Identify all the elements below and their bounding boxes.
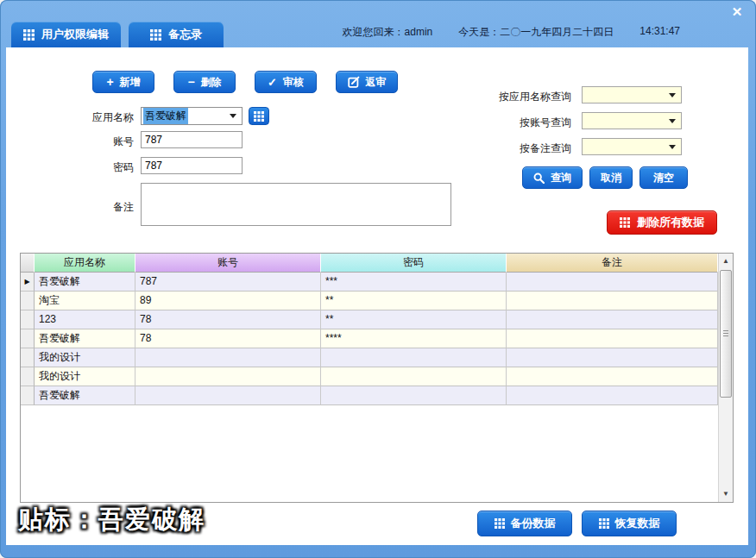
grid-icon: [599, 518, 609, 529]
row-selector[interactable]: [21, 292, 35, 310]
header-remark[interactable]: 备注: [507, 254, 718, 273]
table-cell[interactable]: [321, 348, 507, 367]
app-name-grid-button[interactable]: [249, 107, 269, 125]
query-by-app-name-combobox[interactable]: [582, 86, 682, 103]
table-cell[interactable]: 89: [135, 292, 321, 310]
add-button[interactable]: + 新增: [92, 71, 154, 93]
table-cell[interactable]: 我的设计: [35, 367, 135, 386]
chevron-down-icon: [669, 93, 676, 97]
chevron-down-icon: [230, 114, 236, 118]
tab-bar: 用户权限编辑 备忘录: [11, 22, 224, 47]
delete-all-button[interactable]: 删除所有数据: [607, 210, 717, 235]
query-buttons: 查询 取消 清空: [522, 166, 688, 189]
scroll-thumb[interactable]: [720, 270, 732, 398]
table-cell[interactable]: 吾爱破解: [35, 273, 135, 292]
tab-memo[interactable]: 备忘录: [129, 22, 224, 47]
account-field[interactable]: [141, 131, 243, 148]
table-row[interactable]: 淘宝89**: [21, 292, 718, 310]
table-cell[interactable]: [135, 386, 321, 405]
restore-data-button[interactable]: 恢复数据: [582, 511, 677, 536]
table-row[interactable]: 我的设计: [21, 348, 718, 367]
query-by-app-name-label: 按应用名称查询: [485, 90, 571, 104]
footer-buttons: 备份数据 恢复数据: [477, 511, 677, 536]
table-cell[interactable]: 淘宝: [35, 292, 135, 310]
close-button[interactable]: ✕: [729, 4, 745, 20]
backup-data-button[interactable]: 备份数据: [477, 511, 572, 536]
add-label: 新增: [120, 75, 141, 90]
table-cell[interactable]: [507, 329, 718, 348]
table-cell[interactable]: [321, 367, 507, 386]
query-by-account-combobox[interactable]: [582, 112, 682, 129]
table-cell[interactable]: [507, 348, 718, 367]
table-cell[interactable]: 我的设计: [35, 348, 135, 367]
query-by-remark-combobox[interactable]: [582, 138, 682, 155]
table-row[interactable]: 我的设计: [21, 367, 718, 386]
clear-button[interactable]: 清空: [639, 166, 688, 189]
table-row[interactable]: 12378**: [21, 310, 718, 329]
row-selector[interactable]: [21, 348, 35, 367]
table-cell[interactable]: **: [321, 310, 507, 329]
header-password[interactable]: 密码: [321, 254, 507, 273]
delete-button[interactable]: − 删除: [173, 71, 236, 93]
table-cell[interactable]: [507, 386, 718, 405]
close-icon: ✕: [732, 4, 743, 19]
cancel-button[interactable]: 取消: [589, 166, 633, 189]
table-row[interactable]: ▶吾爱破解787***: [21, 273, 718, 292]
table-cell[interactable]: ****: [321, 329, 507, 348]
table-cell[interactable]: ***: [321, 273, 507, 292]
search-button[interactable]: 查询: [522, 166, 583, 189]
tab-user-permission-edit[interactable]: 用户权限编辑: [11, 22, 121, 47]
header-account[interactable]: 账号: [135, 254, 321, 273]
password-field[interactable]: [141, 157, 243, 174]
table-cell[interactable]: [507, 292, 718, 310]
row-marker-icon[interactable]: ▶: [21, 273, 35, 292]
account-label: 账号: [58, 135, 134, 149]
vertical-scrollbar[interactable]: ▲ ▼: [718, 254, 733, 502]
search-label: 查询: [551, 171, 571, 185]
table-cell[interactable]: [507, 367, 718, 386]
backup-label: 备份数据: [511, 516, 556, 531]
scroll-down-icon[interactable]: ▼: [719, 487, 733, 501]
remark-label: 备注: [58, 200, 134, 215]
audit-button[interactable]: ✓ 审核: [255, 71, 317, 93]
row-selector[interactable]: [21, 386, 35, 405]
table-cell[interactable]: [135, 367, 321, 386]
table-cell[interactable]: [507, 273, 718, 292]
app-name-value: 吾爱破解: [143, 108, 188, 124]
table-cell[interactable]: 787: [135, 273, 321, 292]
restore-label: 恢复数据: [615, 516, 660, 531]
header-app-name[interactable]: 应用名称: [35, 254, 135, 273]
tab-label: 备忘录: [168, 27, 202, 42]
app-name-label: 应用名称: [58, 110, 134, 125]
time-text: 14:31:47: [639, 25, 680, 40]
table-cell[interactable]: 吾爱破解: [35, 329, 135, 348]
scroll-thumb-grip: [723, 330, 728, 336]
table-cell[interactable]: [135, 348, 321, 367]
row-selector[interactable]: [21, 310, 35, 329]
app-name-combobox[interactable]: 吾爱破解: [141, 107, 243, 125]
reaudit-button[interactable]: 返审: [336, 71, 398, 93]
grid-icon: [620, 217, 630, 228]
row-selector[interactable]: [21, 367, 35, 386]
table-row[interactable]: 吾爱破解78****: [21, 329, 718, 348]
table-cell[interactable]: 123: [35, 310, 135, 329]
audit-label: 审核: [283, 75, 304, 90]
row-selector[interactable]: [21, 329, 35, 348]
grid-icon: [23, 29, 35, 41]
table-row[interactable]: 吾爱破解: [21, 386, 718, 405]
data-grid: 应用名称 账号 密码 备注 ▶吾爱破解787***淘宝89**12378**吾爱…: [20, 253, 734, 503]
remark-field[interactable]: [141, 183, 451, 226]
table-cell[interactable]: [321, 386, 507, 405]
reaudit-label: 返审: [366, 75, 387, 90]
delete-label: 删除: [201, 75, 222, 90]
titlebar: 用户权限编辑 备忘录 欢迎您回来：admin 今天是：二〇一九年四月二十四日 1…: [0, 0, 756, 47]
scroll-up-icon[interactable]: ▲: [719, 254, 733, 268]
table-cell[interactable]: 78: [135, 310, 321, 329]
clear-label: 清空: [653, 171, 674, 185]
table-cell[interactable]: 吾爱破解: [35, 386, 135, 405]
date-text: 今天是：二〇一九年四月二十四日: [458, 25, 614, 40]
table-cell[interactable]: 78: [135, 329, 321, 348]
crud-toolbar: + 新增 − 删除 ✓ 审核 返审: [92, 71, 398, 93]
table-cell[interactable]: [507, 310, 718, 329]
table-cell[interactable]: **: [321, 292, 507, 310]
